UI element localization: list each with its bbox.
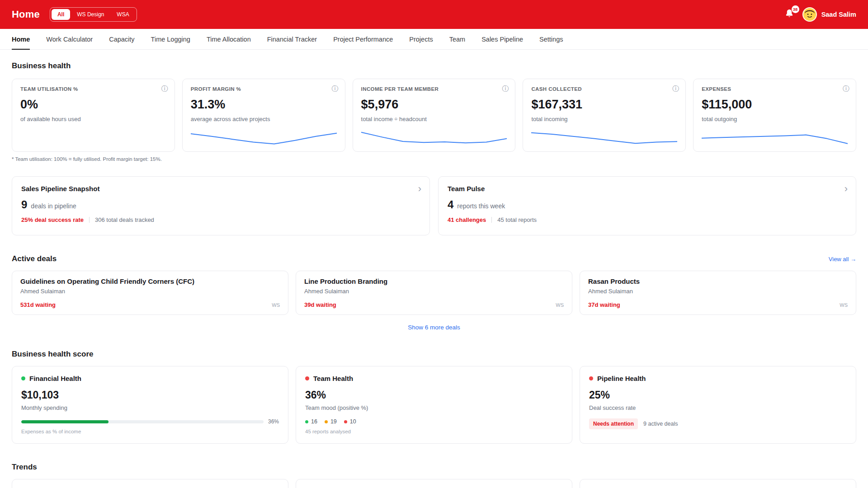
divider — [491, 217, 492, 223]
sparkline — [702, 131, 848, 145]
filter-ws-design[interactable]: WS Design — [71, 9, 110, 20]
mood-count-negative: 10 — [350, 418, 356, 425]
metric-value: 0% — [20, 98, 166, 112]
metric-sublabel: average across active projects — [191, 116, 337, 122]
deal-waiting-time: 37d waiting — [588, 301, 620, 308]
utilisation-footnote: * Team utilisation: 100% = fully utilise… — [12, 156, 856, 162]
active-deals-heading: Active deals — [12, 254, 57, 263]
health-score-heading: Business health score — [12, 350, 93, 359]
total-reports: 45 total reports — [497, 216, 537, 223]
sparkline — [191, 131, 337, 145]
tab-financial-tracker[interactable]: Financial Tracker — [267, 29, 317, 49]
app-header: Home All WS Design WSA 38 — [0, 0, 868, 29]
metric-card-expenses: EXPENSES ⓘ $115,000 total outgoing — [693, 79, 856, 152]
tab-work-calculator[interactable]: Work Calculator — [46, 29, 93, 49]
metric-label: EXPENSES — [702, 86, 848, 92]
metric-sublabel: total incoming — [531, 116, 677, 122]
deal-workspace-tag: WS — [272, 302, 280, 308]
filter-all[interactable]: All — [52, 9, 70, 20]
metric-label: PROFIT MARGIN % — [191, 86, 337, 92]
tab-settings[interactable]: Settings — [539, 29, 563, 49]
view-all-link[interactable]: View all → — [829, 256, 856, 263]
deals-in-pipeline-count: 9 — [21, 198, 27, 211]
trend-card — [12, 479, 288, 488]
sparkline — [531, 131, 677, 145]
tab-projects[interactable]: Projects — [409, 29, 433, 49]
deal-workspace-tag: WS — [840, 302, 848, 308]
mood-dot-positive — [305, 420, 308, 423]
sparkline — [361, 131, 507, 145]
score-footnote: 45 reports analysed — [305, 429, 563, 434]
deal-waiting-time: 39d waiting — [304, 301, 336, 308]
page-title: Home — [12, 9, 40, 20]
filter-wsa[interactable]: WSA — [111, 9, 135, 20]
main-nav: Home Work Calculator Capacity Time Loggi… — [0, 29, 868, 50]
deal-success-rate: 25% deal success rate — [21, 216, 84, 223]
snapshot-title: Sales Pipeline Snapshot — [21, 185, 420, 192]
tab-home[interactable]: Home — [12, 29, 30, 49]
metric-label: CASH COLLECTED — [531, 86, 677, 92]
metric-sublabel: of available hours used — [20, 116, 166, 122]
metric-value: 31.3% — [191, 98, 337, 112]
info-icon[interactable]: ⓘ — [161, 85, 168, 92]
score-card-title: Pipeline Health — [597, 375, 646, 382]
user-menu[interactable]: Saad Salim — [802, 7, 856, 22]
total-deals-tracked: 306 total deals tracked — [95, 216, 154, 223]
sparkline — [20, 131, 166, 145]
metric-card-row: TEAM UTILISATION % ⓘ 0% of available hou… — [12, 79, 856, 152]
pipeline-health-card: Pipeline Health 25% Deal success rate Ne… — [580, 366, 856, 444]
mood-dot-negative — [344, 420, 347, 423]
notifications-button[interactable]: 38 — [783, 9, 795, 20]
tab-team[interactable]: Team — [449, 29, 465, 49]
status-dot-red — [589, 376, 593, 380]
chevron-right-icon[interactable]: › — [418, 183, 421, 195]
mood-dot-neutral — [325, 420, 328, 423]
financial-health-card: Financial Health $10,103 Monthly spendin… — [12, 366, 288, 444]
metric-card-income-per-member: INCOME PER TEAM MEMBER ⓘ $5,976 total in… — [353, 79, 516, 152]
tab-time-allocation[interactable]: Time Allocation — [207, 29, 251, 49]
snapshot-title: Team Pulse — [448, 185, 847, 192]
reports-this-week-count: 4 — [448, 198, 453, 211]
score-sublabel: Team mood (positive %) — [305, 404, 563, 411]
deal-owner: Ahmed Sulaiman — [304, 288, 564, 295]
expense-progress-fill — [21, 420, 108, 423]
team-health-card: Team Health 36% Team mood (positive %) 1… — [296, 366, 572, 444]
team-mood-value: 36% — [305, 389, 563, 401]
sales-pipeline-snapshot-card[interactable]: Sales Pipeline Snapshot › 9 deals in pip… — [12, 176, 430, 235]
trends-heading: Trends — [12, 463, 37, 472]
score-card-title: Team Health — [313, 375, 353, 382]
metric-card-profit-margin: PROFIT MARGIN % ⓘ 31.3% average across a… — [182, 79, 345, 152]
dashboard-main: Business health TEAM UTILISATION % ⓘ 0% … — [0, 61, 868, 488]
status-dot-red — [305, 376, 309, 380]
deal-card[interactable]: Guidelines on Operating Child Friendly C… — [12, 271, 288, 315]
user-name: Saad Salim — [821, 11, 856, 18]
metric-value: $5,976 — [361, 98, 507, 112]
trends-row — [12, 479, 856, 488]
metric-card-cash-collected: CASH COLLECTED ⓘ $167,331 total incoming — [523, 79, 686, 152]
info-icon[interactable]: ⓘ — [843, 85, 849, 92]
mood-count-positive: 16 — [311, 418, 317, 425]
score-sublabel: Monthly spending — [21, 404, 279, 411]
deals-in-pipeline-label: deals in pipeline — [31, 202, 76, 210]
expense-progress-track — [21, 420, 264, 423]
info-icon[interactable]: ⓘ — [672, 85, 679, 92]
team-pulse-card[interactable]: Team Pulse › 4 reports this week 41 chal… — [438, 176, 856, 235]
tab-capacity[interactable]: Capacity — [109, 29, 134, 49]
show-more-deals-link[interactable]: Show 6 more deals — [12, 324, 856, 331]
tab-project-performance[interactable]: Project Performance — [333, 29, 393, 49]
expense-progress-label: 36% — [268, 418, 279, 425]
metric-label: TEAM UTILISATION % — [20, 86, 166, 92]
info-icon[interactable]: ⓘ — [332, 85, 339, 92]
deal-card[interactable]: Rasan Products Ahmed Sulaiman 37d waitin… — [580, 271, 856, 315]
deal-card[interactable]: Line Production Branding Ahmed Sulaiman … — [296, 271, 572, 315]
metric-value: $115,000 — [702, 98, 848, 112]
tab-time-logging[interactable]: Time Logging — [151, 29, 190, 49]
chevron-right-icon[interactable]: › — [844, 183, 848, 195]
monthly-spending-value: $10,103 — [21, 389, 279, 401]
score-sublabel: Deal success rate — [589, 404, 847, 411]
avatar — [802, 7, 817, 22]
divider — [89, 217, 90, 223]
info-icon[interactable]: ⓘ — [502, 85, 509, 92]
tab-sales-pipeline[interactable]: Sales Pipeline — [481, 29, 523, 49]
status-dot-green — [21, 376, 25, 380]
